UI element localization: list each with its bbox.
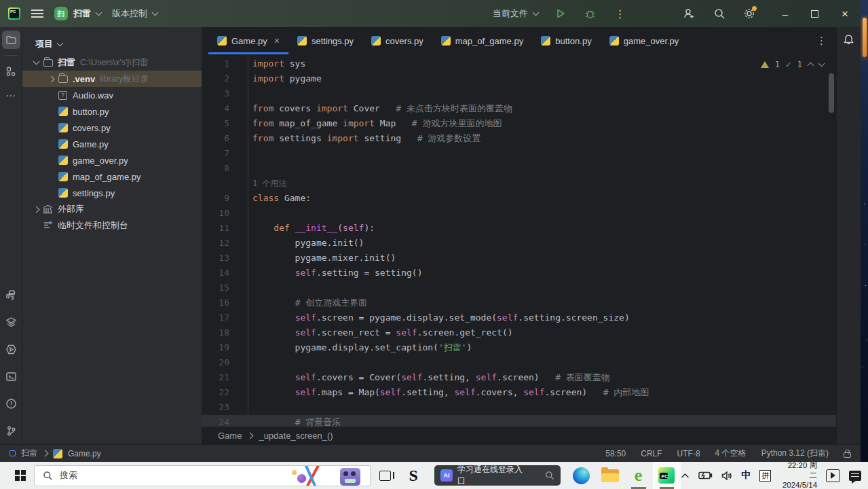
tab-covers.py[interactable]: covers.py [362, 27, 432, 54]
git-tool-icon[interactable] [2, 422, 20, 440]
tree-item-扫雷[interactable]: 扫雷C:\Users\x's'j\扫雷 [22, 54, 202, 71]
video-player-tray-icon[interactable] [826, 469, 840, 482]
close-button[interactable]: × [842, 8, 848, 20]
run-configuration-selector[interactable]: 当前文件 [493, 7, 538, 20]
line-number[interactable]: 9 [202, 191, 248, 206]
file-explorer-button[interactable] [596, 462, 624, 489]
structure-tool-icon[interactable] [2, 62, 20, 80]
line-number[interactable]: 18 [202, 325, 248, 340]
run-tool-icon[interactable] [2, 340, 20, 359]
notifications-bell-icon[interactable] [842, 33, 855, 46]
maximize-button[interactable] [811, 10, 818, 18]
green-e-browser-button[interactable]: e [624, 462, 653, 489]
chevron-right-icon[interactable] [48, 75, 55, 82]
s-app-button[interactable]: S [399, 462, 428, 489]
breadcrumb-item[interactable]: _update_screen_() [259, 431, 333, 441]
usage-inlay-hint[interactable]: 1 个用法 [248, 176, 286, 191]
tab-options-kebab-icon[interactable]: ⋮ [807, 27, 836, 54]
tab-game_over.py[interactable]: game_over.py [601, 27, 688, 54]
chevron-right-icon[interactable] [33, 206, 40, 213]
tree-item-Game.py[interactable]: Game.py [22, 136, 202, 152]
tab-button.py[interactable]: button.py [532, 27, 601, 54]
status-breadcrumb[interactable]: 扫雷 Game.py [10, 448, 101, 459]
status-item[interactable]: CRLF [641, 449, 662, 458]
tree-item-map_of_game.py[interactable]: map_of_game.py [22, 168, 202, 185]
search-highlight-art[interactable] [285, 466, 370, 486]
status-item[interactable]: 58:50 [605, 449, 626, 458]
action-center-icon[interactable] [849, 471, 861, 481]
inspection-widget[interactable]: 1 ✓ 1 [761, 59, 824, 69]
project-widget[interactable]: 扫 扫雷 [54, 7, 101, 20]
edge-orange-pill[interactable] [863, 18, 867, 57]
line-number[interactable]: 6 [202, 131, 248, 146]
line-number[interactable]: 19 [202, 340, 248, 355]
tree-item-Audio.wav[interactable]: ?Audio.wav [22, 87, 202, 103]
tree-item-.venv[interactable]: .venvlibrary根目录 [22, 71, 202, 87]
problems-tool-icon[interactable] [2, 395, 20, 413]
prev-problem-icon[interactable] [808, 62, 814, 69]
status-item[interactable]: Python 3.12 (扫雷) [761, 448, 829, 459]
line-number[interactable]: 21 [202, 370, 248, 385]
status-item[interactable]: UTF-8 [677, 449, 700, 458]
minimize-button[interactable]: – [782, 9, 788, 19]
tree-item-临时文件和控制台[interactable]: 临时文件和控制台 [22, 217, 202, 234]
tree-item-外部库[interactable]: 外部库 [22, 201, 202, 217]
search-everywhere-icon[interactable] [712, 6, 727, 21]
more-tools-icon[interactable]: ⋯ [2, 86, 20, 105]
python-packages-tool-icon[interactable] [2, 286, 20, 304]
line-number[interactable]: 1 [202, 56, 248, 71]
line-number[interactable]: 17 [202, 310, 248, 325]
status-item[interactable]: 4 个空格 [715, 448, 747, 459]
main-menu-icon[interactable] [31, 10, 43, 18]
line-number[interactable]: 16 [202, 295, 248, 310]
line-number[interactable]: 22 [202, 385, 248, 400]
pycharm-taskbar-button[interactable]: PC [653, 462, 681, 489]
chevron-down-icon[interactable] [33, 58, 40, 65]
line-number[interactable]: 15 [202, 280, 248, 295]
ime-language-indicator[interactable]: 中 [741, 469, 751, 482]
line-number[interactable]: 14 [202, 266, 248, 280]
tab-map_of_game.py[interactable]: map_of_game.py [432, 27, 532, 54]
line-number[interactable]: 2 [202, 71, 248, 86]
line-number[interactable]: 11 [202, 221, 248, 236]
line-number[interactable]: 3 [202, 86, 248, 101]
tree-item-game_over.py[interactable]: game_over.py [22, 152, 202, 168]
tray-expand-chevron-icon[interactable] [681, 473, 690, 479]
run-button[interactable] [553, 6, 568, 21]
windows-start-button[interactable] [15, 470, 26, 481]
line-number[interactable]: 8 [202, 161, 248, 176]
volume-icon[interactable] [721, 471, 732, 480]
settings-gear-icon[interactable] [742, 6, 757, 21]
code-editor[interactable]: 1import sys2import pygame34from covers i… [202, 54, 836, 427]
news-search-widget[interactable]: AI 学习通在线登录入口 [434, 465, 561, 486]
line-number[interactable]: 20 [202, 355, 248, 370]
line-number[interactable]: 13 [202, 251, 248, 266]
tab-settings.py[interactable]: settings.py [288, 27, 362, 54]
tab-Game.py[interactable]: Game.py× [208, 27, 288, 54]
services-tool-icon[interactable] [2, 313, 20, 331]
line-number[interactable]: 23 [202, 400, 248, 415]
ime-pinyin-indicator[interactable]: 拼 [759, 470, 771, 482]
line-number[interactable]: 7 [202, 146, 248, 161]
code-with-me-icon[interactable] [682, 6, 697, 21]
terminal-tool-icon[interactable] [2, 367, 20, 386]
next-problem-icon[interactable] [818, 60, 825, 67]
project-panel-header[interactable]: 项目 [22, 34, 202, 54]
line-number[interactable]: 5 [202, 116, 248, 131]
vcs-widget[interactable]: 版本控制 [112, 7, 157, 20]
taskbar-search-box[interactable]: 搜索 [34, 465, 371, 486]
line-number[interactable]: 12 [202, 236, 248, 251]
editor-scrollbar[interactable] [829, 73, 834, 113]
taskbar-clock[interactable]: 22:20 周二 2024/5/14 [780, 460, 817, 489]
debug-button[interactable] [583, 6, 598, 21]
tree-item-covers.py[interactable]: covers.py [22, 120, 202, 136]
line-number[interactable]: 24 [202, 415, 248, 427]
battery-charging-icon[interactable] [698, 471, 713, 479]
task-view-button[interactable] [371, 462, 399, 489]
write-access-unlock-icon[interactable] [844, 452, 851, 458]
close-icon[interactable]: × [274, 35, 280, 46]
edge-browser-button[interactable] [567, 462, 596, 489]
line-number[interactable]: 4 [202, 101, 248, 116]
project-tool-icon[interactable] [2, 31, 20, 49]
breadcrumb-item[interactable]: Game [218, 431, 242, 441]
